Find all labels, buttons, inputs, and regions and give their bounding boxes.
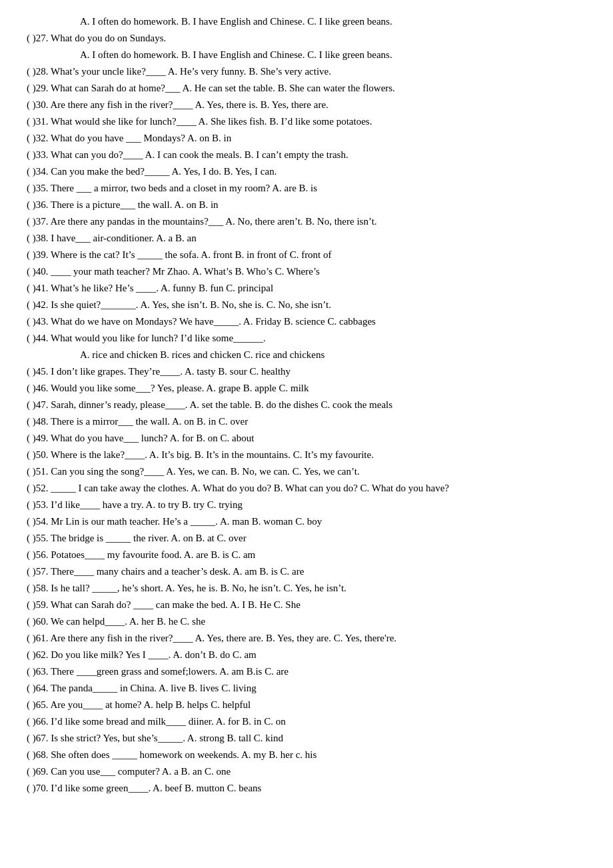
question-line: ( )62. Do you like milk? Yes I ____. A. … <box>27 647 586 663</box>
question-line: ( )47. Sarah, dinner’s ready, please____… <box>27 397 586 413</box>
question-line: ( )54. Mr Lin is our math teacher. He’s … <box>27 513 586 529</box>
question-line: ( )35. There ___ a mirror, two beds and … <box>27 180 586 196</box>
question-line: ( )30. Are there any fish in the river?_… <box>27 97 586 113</box>
question-line: ( )64. The panda_____ in China. A. live … <box>27 680 586 696</box>
question-line: ( )46. Would you like some___? Yes, plea… <box>27 380 586 396</box>
question-line: ( )53. I’d like____ have a try. A. to tr… <box>27 497 586 513</box>
question-line: ( )68. She often does _____ homework on … <box>27 747 586 763</box>
question-line: ( )51. Can you sing the song?____ A. Yes… <box>27 463 586 479</box>
question-line: ( )29. What can Sarah do at home?___ A. … <box>27 80 586 96</box>
question-line: ( )41. What’s he like? He’s ____. A. fun… <box>27 280 586 296</box>
question-line: ( )27. What do you do on Sundays. <box>27 30 586 46</box>
question-line: ( )56. Potatoes____ my favourite food. A… <box>27 547 586 563</box>
question-line: ( )67. Is she strict? Yes, but she’s____… <box>27 730 586 746</box>
question-line: ( )28. What’s your uncle like?____ A. He… <box>27 63 586 79</box>
question-line: ( )31. What would she like for lunch?___… <box>27 113 586 129</box>
question-line: ( )65. Are you____ at home? A. help B. h… <box>27 697 586 713</box>
question-line: ( )45. I don’t like grapes. They’re____.… <box>27 363 586 379</box>
main-content: A. I often do homework. B. I have Englis… <box>27 13 586 796</box>
question-line: A. I often do homework. B. I have Englis… <box>27 47 586 63</box>
question-line: ( )49. What do you have___ lunch? A. for… <box>27 430 586 446</box>
question-line: ( )50. Where is the lake?____. A. It’s b… <box>27 447 586 463</box>
question-line: A. rice and chicken B. rices and chicken… <box>27 347 586 363</box>
question-line: ( )61. Are there any fish in the river?_… <box>27 630 586 646</box>
question-line: A. I often do homework. B. I have Englis… <box>27 13 586 29</box>
question-line: ( )43. What do we have on Mondays? We ha… <box>27 313 586 329</box>
question-line: ( )55. The bridge is _____ the river. A.… <box>27 530 586 546</box>
question-line: ( )34. Can you make the bed?_____ A. Yes… <box>27 163 586 179</box>
question-line: ( )70. I’d like some green____. A. beef … <box>27 780 586 796</box>
question-line: ( )39. Where is the cat? It’s _____ the … <box>27 247 586 263</box>
question-line: ( )57. There____ many chairs and a teach… <box>27 563 586 579</box>
question-line: ( )42. Is she quiet?_______. A. Yes, she… <box>27 297 586 313</box>
question-line: ( )44. What would you like for lunch? I’… <box>27 330 586 346</box>
question-line: ( )33. What can you do?____ A. I can coo… <box>27 147 586 163</box>
question-line: ( )36. There is a picture___ the wall. A… <box>27 197 586 213</box>
question-line: ( )60. We can helpd____. A. her B. he C.… <box>27 613 586 629</box>
question-line: ( )48. There is a mirror___ the wall. A.… <box>27 413 586 429</box>
question-line: ( )38. I have___ air-conditioner. A. a B… <box>27 230 586 246</box>
question-line: ( )58. Is he tall? _____, he’s short. A.… <box>27 580 586 596</box>
question-line: ( )69. Can you use___ computer? A. a B. … <box>27 763 586 779</box>
question-line: ( )59. What can Sarah do? ____ can make … <box>27 597 586 613</box>
question-line: ( )66. I’d like some bread and milk____ … <box>27 713 586 729</box>
question-line: ( )37. Are there any pandas in the mount… <box>27 213 586 229</box>
question-line: ( )40. ____ your math teacher? Mr Zhao. … <box>27 263 586 279</box>
question-line: ( )63. There ____green grass and somef;l… <box>27 663 586 679</box>
question-line: ( )32. What do you have ___ Mondays? A. … <box>27 130 586 146</box>
question-line: ( )52. _____ I can take away the clothes… <box>27 480 586 496</box>
